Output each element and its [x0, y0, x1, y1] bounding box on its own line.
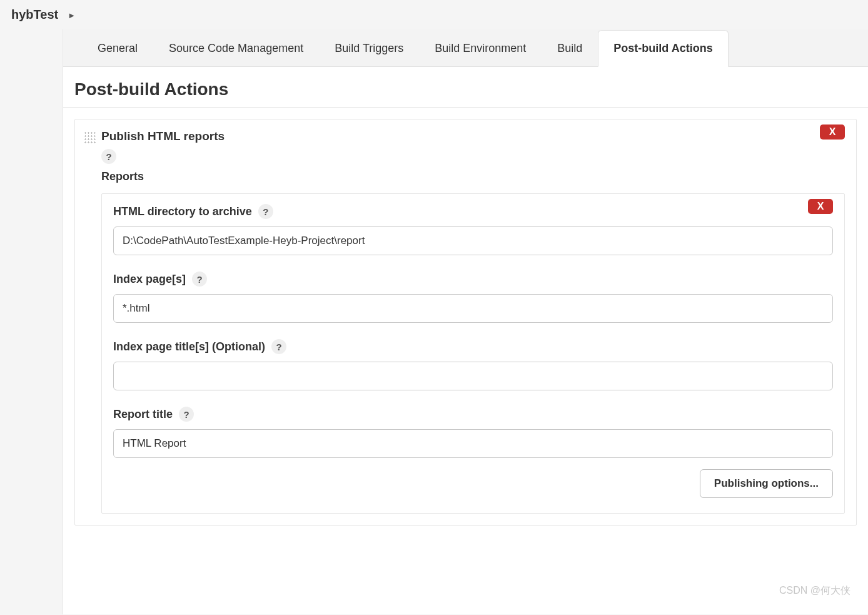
drag-handle-icon[interactable]	[84, 131, 96, 144]
publishing-options-button[interactable]: Publishing options...	[700, 469, 833, 498]
chevron-right-icon: ▸	[69, 10, 74, 20]
block-title: Publish HTML reports	[101, 130, 225, 143]
main-panel: General Source Code Management Build Tri…	[63, 29, 868, 614]
help-icon[interactable]: ?	[258, 204, 273, 219]
report-entry: X HTML directory to archive ? Index page…	[101, 193, 845, 514]
publish-html-reports-block: X Publish HTML reports ? Reports X HTML …	[74, 119, 857, 526]
report-title-input[interactable]	[113, 429, 833, 458]
tab-general[interactable]: General	[82, 30, 153, 67]
tab-build-environment[interactable]: Build Environment	[419, 30, 542, 67]
field-index-pages: Index page[s] ?	[113, 272, 833, 323]
reports-heading: Reports	[75, 164, 856, 190]
report-title-label: Report title	[113, 408, 173, 421]
config-tabs: General Source Code Management Build Tri…	[63, 29, 868, 67]
html-directory-input[interactable]	[113, 226, 833, 255]
delete-block-button[interactable]: X	[820, 125, 845, 140]
index-pages-label: Index page[s]	[113, 273, 186, 286]
index-pages-input[interactable]	[113, 294, 833, 323]
delete-report-button[interactable]: X	[808, 199, 833, 214]
tab-post-build-actions[interactable]: Post-build Actions	[598, 30, 728, 67]
field-html-directory: HTML directory to archive ?	[113, 204, 833, 255]
tab-build[interactable]: Build	[542, 30, 598, 67]
tab-scm[interactable]: Source Code Management	[153, 30, 319, 67]
html-directory-label: HTML directory to archive	[113, 205, 252, 218]
field-report-title: Report title ?	[113, 407, 833, 458]
index-titles-label: Index page title[s] (Optional)	[113, 340, 265, 353]
field-index-titles: Index page title[s] (Optional) ?	[113, 339, 833, 390]
section-title: Post-build Actions	[63, 67, 868, 108]
help-icon[interactable]: ?	[271, 339, 286, 354]
tab-build-triggers[interactable]: Build Triggers	[319, 30, 419, 67]
breadcrumb: hybTest ▸	[0, 0, 868, 29]
help-icon[interactable]: ?	[192, 272, 207, 287]
help-icon[interactable]: ?	[179, 407, 194, 422]
help-icon[interactable]: ?	[101, 149, 116, 164]
index-titles-input[interactable]	[113, 362, 833, 390]
breadcrumb-item[interactable]: hybTest	[11, 8, 58, 22]
